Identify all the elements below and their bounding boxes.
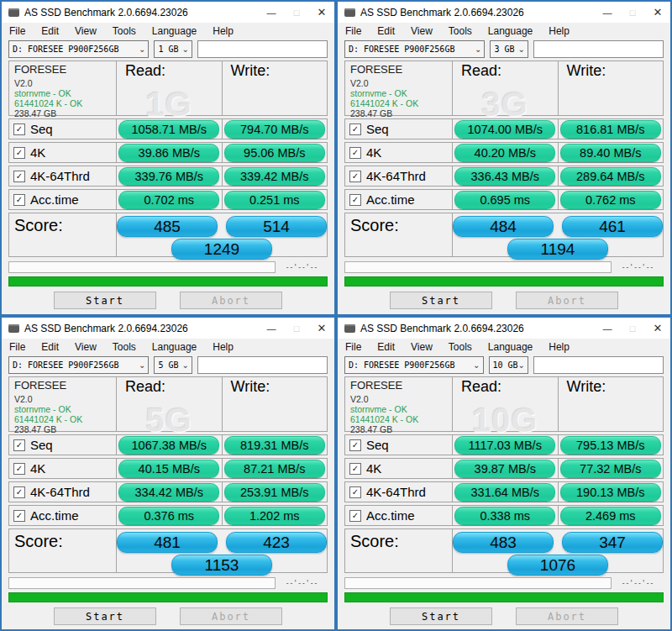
menu-help[interactable]: Help: [213, 25, 234, 37]
menu-help[interactable]: Help: [549, 341, 570, 353]
menu-language[interactable]: Language: [488, 25, 533, 37]
menu-bar: File Edit View Tools Language Help: [2, 339, 334, 355]
title-bar[interactable]: AS SSD Benchmark 2.0.6694.23026 — □ ✕: [2, 318, 334, 339]
menu-tools[interactable]: Tools: [449, 25, 472, 37]
menu-edit[interactable]: Edit: [377, 341, 395, 353]
minimize-icon[interactable]: —: [259, 2, 284, 23]
checkbox-4k-64thrd[interactable]: ✓: [13, 486, 25, 498]
menu-edit[interactable]: Edit: [41, 341, 59, 353]
menu-language[interactable]: Language: [152, 25, 197, 37]
score-label: Score:: [14, 216, 63, 234]
4k64-read-value: 339.76 MB/s: [118, 167, 219, 186]
elapsed-time: --'--'--: [612, 264, 664, 271]
title-bar[interactable]: AS SSD Benchmark 2.0.6694.23026 — □ ✕: [338, 318, 670, 339]
maximize-icon[interactable]: □: [284, 318, 309, 339]
test-size-select[interactable]: 1 GB ⌄: [154, 40, 192, 58]
menu-bar: File Edit View Tools Language Help: [338, 23, 670, 39]
result-file-input[interactable]: [533, 40, 664, 58]
menu-file[interactable]: File: [345, 341, 361, 353]
menu-file[interactable]: File: [345, 25, 361, 37]
checkbox-4k-64thrd[interactable]: ✓: [349, 171, 361, 182]
abort-button[interactable]: Abort: [180, 292, 282, 309]
title-bar[interactable]: AS SSD Benchmark 2.0.6694.23026 — □ ✕: [338, 2, 670, 23]
menu-view[interactable]: View: [75, 25, 97, 37]
abort-button[interactable]: Abort: [180, 607, 282, 625]
menu-edit[interactable]: Edit: [377, 25, 395, 37]
checkbox-4k-64thrd[interactable]: ✓: [13, 171, 25, 182]
checkbox-seq[interactable]: ✓: [13, 124, 25, 135]
checkbox-seq[interactable]: ✓: [349, 124, 361, 135]
start-button[interactable]: Start: [54, 292, 156, 309]
read-header: Read:: [125, 378, 222, 396]
minimize-icon[interactable]: —: [259, 318, 284, 339]
minimize-icon[interactable]: —: [595, 2, 620, 23]
menu-file[interactable]: File: [9, 341, 25, 353]
checkbox-acc-time[interactable]: ✓: [13, 194, 25, 206]
table-row: ✓ 4K-64Thrd 334.42 MB/s 253.91 MB/s: [8, 481, 328, 502]
app-icon: [8, 8, 19, 17]
read-score-pill: 483: [453, 532, 554, 553]
menu-tools[interactable]: Tools: [449, 341, 472, 353]
menu-help[interactable]: Help: [213, 341, 234, 353]
menu-edit[interactable]: Edit: [41, 25, 59, 37]
results-table: FORESEE V2.0 stornvme - OK 61441024 K - …: [344, 376, 664, 573]
maximize-icon[interactable]: □: [284, 2, 309, 23]
minimize-icon[interactable]: —: [595, 318, 620, 339]
menu-view[interactable]: View: [411, 25, 433, 37]
checkbox-acc-time[interactable]: ✓: [349, 510, 361, 522]
abort-button[interactable]: Abort: [516, 607, 618, 625]
checkbox-acc-time[interactable]: ✓: [13, 510, 25, 522]
chevron-down-icon: ⌄: [139, 47, 145, 52]
menu-file[interactable]: File: [9, 25, 25, 37]
drive-select-value: D: FORESEE P900F256GB: [13, 45, 139, 54]
check-icon: ✓: [352, 465, 359, 473]
checkbox-4k[interactable]: ✓: [349, 147, 361, 159]
menu-language[interactable]: Language: [152, 341, 197, 353]
checkbox-seq[interactable]: ✓: [13, 439, 25, 451]
checkbox-4k[interactable]: ✓: [349, 463, 361, 475]
close-icon[interactable]: ✕: [645, 2, 670, 23]
maximize-icon[interactable]: □: [620, 2, 645, 23]
elapsed-time: --'--'--: [276, 580, 328, 587]
abort-button[interactable]: Abort: [516, 292, 618, 309]
drive-info-panel: FORESEE V2.0 stornvme - OK 61441024 K - …: [345, 377, 453, 431]
menu-tools[interactable]: Tools: [113, 341, 136, 353]
checkbox-4k-64thrd[interactable]: ✓: [349, 486, 361, 498]
menu-view[interactable]: View: [75, 341, 97, 353]
menu-language[interactable]: Language: [488, 341, 533, 353]
start-button[interactable]: Start: [390, 292, 492, 309]
read-header: Read:: [461, 378, 558, 396]
drive-select[interactable]: D: FORESEE P900F256GB ⌄: [8, 40, 149, 58]
controls-row: D: FORESEE P900F256GB ⌄ 5 GB ⌄: [8, 356, 328, 374]
result-file-input[interactable]: [197, 356, 328, 374]
drive-select[interactable]: D: FORESEE P900F256GB ⌄: [344, 356, 484, 374]
maximize-icon[interactable]: □: [620, 318, 645, 339]
drive-select[interactable]: D: FORESEE P900F256GB ⌄: [8, 356, 149, 374]
result-file-input[interactable]: [533, 356, 664, 374]
seq-write-value: 816.81 MB/s: [560, 120, 661, 139]
close-icon[interactable]: ✕: [645, 318, 670, 339]
table-row: ✓ 4K-64Thrd 336.43 MB/s 289.64 MB/s: [344, 166, 664, 187]
test-size-value: 3 GB: [494, 45, 517, 54]
test-size-select[interactable]: 10 GB ⌄: [489, 356, 529, 374]
acc-write-value: 1.202 ms: [224, 507, 325, 525]
4k64-write-value: 253.91 MB/s: [224, 483, 325, 502]
checkbox-seq[interactable]: ✓: [349, 439, 361, 451]
checkbox-acc-time[interactable]: ✓: [349, 194, 361, 206]
close-icon[interactable]: ✕: [309, 2, 334, 23]
test-size-select[interactable]: 5 GB ⌄: [154, 356, 192, 374]
total-score-pill: 1249: [171, 239, 272, 260]
drive-select[interactable]: D: FORESEE P900F256GB ⌄: [344, 40, 485, 58]
test-size-select[interactable]: 3 GB ⌄: [490, 40, 528, 58]
checkbox-4k[interactable]: ✓: [13, 463, 25, 475]
controls-row: D: FORESEE P900F256GB ⌄ 1 GB ⌄: [8, 40, 328, 58]
menu-help[interactable]: Help: [549, 25, 570, 37]
start-button[interactable]: Start: [390, 607, 492, 625]
menu-tools[interactable]: Tools: [113, 25, 136, 37]
menu-view[interactable]: View: [411, 341, 433, 353]
result-file-input[interactable]: [197, 40, 328, 58]
title-bar[interactable]: AS SSD Benchmark 2.0.6694.23026 — □ ✕: [2, 2, 334, 23]
start-button[interactable]: Start: [54, 607, 156, 625]
close-icon[interactable]: ✕: [309, 318, 334, 339]
checkbox-4k[interactable]: ✓: [13, 147, 25, 159]
